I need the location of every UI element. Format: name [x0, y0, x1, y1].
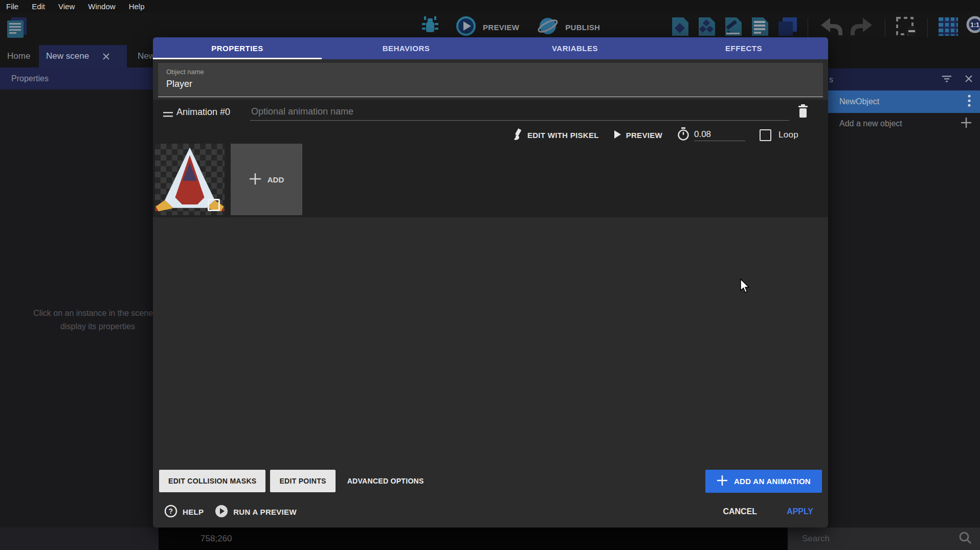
toolbar-right-group: 1:1: [670, 15, 980, 40]
filter-icon[interactable]: [941, 75, 952, 85]
cancel-button[interactable]: CANCEL: [723, 507, 757, 516]
object-name-field[interactable]: Object name Player: [158, 63, 823, 97]
edit-collision-masks-button[interactable]: EDIT COLLISION MASKS: [159, 470, 265, 492]
debug-icon[interactable]: [420, 15, 440, 39]
object-menu-icon[interactable]: [968, 95, 971, 109]
preview-play-icon[interactable]: [455, 15, 477, 39]
active-tab-indicator: [153, 58, 322, 59]
tab-behaviors[interactable]: BEHAVIORS: [322, 37, 491, 59]
zoom-one-to-one-icon[interactable]: 1:1: [965, 15, 980, 40]
properties-panel-header: Properties: [0, 67, 159, 89]
animation-name-input[interactable]: [250, 103, 789, 121]
add-new-object-row[interactable]: Add a new object: [828, 113, 980, 134]
add-object-plus-icon[interactable]: [961, 117, 972, 130]
advanced-options-button[interactable]: ADVANCED OPTIONS: [340, 477, 431, 485]
project-manager-icon[interactable]: [5, 16, 29, 41]
add-object-label: Add a new object: [839, 119, 902, 128]
tab-variables[interactable]: VARIABLES: [491, 37, 659, 59]
add-an-animation-button[interactable]: ADD AN ANIMATION: [705, 470, 822, 493]
animation-title: Animation #0: [176, 107, 230, 118]
toolbar-divider: [885, 18, 885, 37]
objects-list-icon[interactable]: [697, 16, 717, 39]
toolbar-divider: [927, 18, 928, 37]
scene-properties-icon[interactable]: [670, 16, 691, 39]
tab-home[interactable]: Home: [0, 45, 37, 67]
tab-close-icon[interactable]: [102, 53, 110, 60]
plus-icon: [717, 475, 728, 488]
tab-effects[interactable]: EFFECTS: [659, 37, 828, 59]
left-properties-panel: [0, 67, 159, 528]
deselect-icon[interactable]: [895, 16, 918, 39]
edit-points-button[interactable]: EDIT POINTS: [270, 470, 335, 492]
play-circle-icon: [215, 505, 228, 519]
animation-toolbar: EDIT WITH PISKEL PREVIEW 0.08 Loop: [153, 124, 798, 146]
edit-with-piskel-button[interactable]: EDIT WITH PISKEL: [511, 128, 599, 142]
delete-animation-icon[interactable]: [794, 103, 812, 120]
svg-text:?: ?: [169, 507, 173, 515]
object-name-label: NewObject: [839, 97, 879, 106]
object-editor-dialog: PROPERTIES BEHAVIORS VARIABLES EFFECTS O…: [153, 37, 828, 528]
edit-scene-icon[interactable]: [723, 16, 744, 39]
grid-icon[interactable]: [938, 16, 959, 39]
objects-panel-body: [828, 134, 980, 528]
search-input[interactable]: [801, 533, 959, 544]
plus-icon: [249, 173, 261, 187]
stopwatch-icon: [677, 127, 690, 143]
menu-edit[interactable]: Edit: [30, 2, 52, 11]
menu-window[interactable]: Window: [86, 2, 122, 11]
animation-panel: Animation #0 EDIT WITH PISKEL PREVIEW 0.…: [153, 100, 828, 217]
close-panel-icon[interactable]: [965, 75, 973, 85]
menu-help[interactable]: Help: [127, 2, 152, 11]
menu-bar: File Edit View Window Help: [0, 0, 980, 12]
preview-animation-button[interactable]: PREVIEW: [613, 130, 662, 141]
object-list-item-selected[interactable]: NewObject: [828, 90, 980, 113]
time-between-frames-value[interactable]: 0.08: [694, 129, 745, 141]
preview-label[interactable]: PREVIEW: [483, 23, 519, 32]
frames-strip: ADD: [155, 144, 302, 215]
toolbar-center-group: PREVIEW PUBLISH: [420, 15, 600, 39]
dialog-action-row: EDIT COLLISION MASKS EDIT POINTS ADVANCE…: [153, 469, 828, 493]
loop-toggle[interactable]: Loop: [760, 129, 798, 141]
apply-button[interactable]: APPLY: [787, 507, 813, 516]
run-a-preview-button[interactable]: RUN A PREVIEW: [215, 505, 297, 519]
svg-text:1:1: 1:1: [970, 21, 979, 29]
menu-file[interactable]: File: [4, 2, 26, 11]
object-name-field-value: Player: [166, 79, 815, 89]
time-between-frames-field[interactable]: 0.08: [677, 127, 745, 143]
status-bar-left: [0, 528, 159, 550]
publish-label[interactable]: PUBLISH: [565, 23, 600, 32]
loop-checkbox[interactable]: [760, 129, 771, 141]
dialog-footer: ? HELP RUN A PREVIEW CANCEL APPLY: [153, 501, 828, 522]
undo-icon[interactable]: [818, 16, 843, 39]
objects-panel-title-partial: s: [829, 75, 833, 84]
cursor-coordinates: 758;260: [201, 534, 232, 544]
publish-globe-icon[interactable]: [537, 15, 559, 39]
play-icon: [613, 130, 621, 141]
redo-icon[interactable]: [850, 16, 875, 39]
tab-properties[interactable]: PROPERTIES: [153, 37, 322, 59]
object-name-field-label: Object name: [166, 68, 815, 76]
add-frame-button[interactable]: ADD: [231, 144, 302, 215]
search-icon: [959, 531, 972, 546]
status-bar: 758;260: [159, 528, 788, 550]
frame-select-checkbox[interactable]: [208, 199, 220, 211]
menu-view[interactable]: View: [56, 2, 82, 11]
events-sheet-icon[interactable]: [750, 16, 770, 39]
dialog-tab-bar: PROPERTIES BEHAVIORS VARIABLES EFFECTS: [153, 37, 828, 59]
object-search-bar: [788, 528, 980, 550]
layers-icon[interactable]: [776, 16, 798, 39]
toolbar-divider: [808, 18, 808, 37]
help-icon: ?: [164, 505, 177, 519]
drag-handle-icon[interactable]: [163, 111, 173, 120]
right-panel-top: [828, 37, 980, 68]
help-button[interactable]: ? HELP: [164, 505, 204, 519]
tab-new-scene[interactable]: New scene: [39, 45, 127, 67]
brush-icon: [511, 128, 523, 142]
objects-panel-header: s: [828, 68, 980, 90]
sprite-frame-thumbnail[interactable]: [155, 144, 225, 215]
